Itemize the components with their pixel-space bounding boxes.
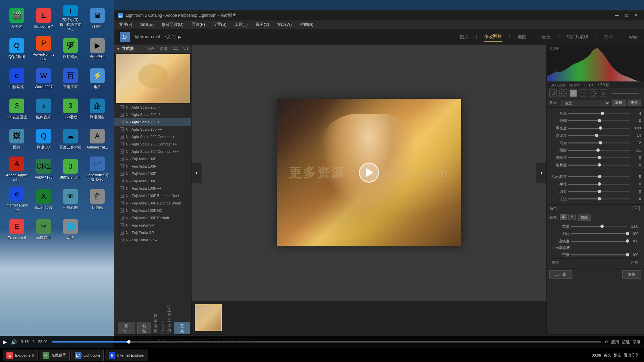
grain-tab-a[interactable]: A [560, 214, 567, 220]
taskbar-item-exposure[interactable]: E Exposure 6 [3, 350, 38, 361]
slider-thumb[interactable] [599, 141, 602, 144]
tc-icon-5[interactable]: ◯ [590, 89, 597, 97]
navigator-panel-header[interactable]: 导航器 适合 填满 1:1 3:1 [114, 45, 191, 53]
minimize-button[interactable]: — [613, 12, 622, 19]
slider-track-色温[interactable] [568, 113, 630, 114]
close-button[interactable]: ✕ [632, 12, 640, 19]
desktop-icon[interactable]: 百 百度手写 [57, 64, 84, 94]
desktop-icon[interactable]: 🖼 图片 [3, 124, 30, 154]
done-button[interactable]: 完成 [174, 322, 190, 335]
preset-item[interactable]: NN - Agfa Scala 200 Contrast + [114, 133, 191, 140]
menu-item[interactable]: 视图(V) [254, 21, 270, 28]
mobile-arrow-icon[interactable]: ▶ [178, 35, 181, 40]
taskbar-item-ie[interactable]: e Internet Explorer [105, 350, 148, 361]
desktop-icon[interactable]: Q 腾讯QQ [30, 124, 57, 154]
slider-thumb[interactable] [598, 190, 601, 193]
grain-slider-track[interactable] [571, 226, 628, 227]
preset-item[interactable]: NN - Fuji Astia 100F -- [114, 170, 191, 177]
preset-item[interactable]: NN - Fuji Astia 100F Balance Cool [114, 192, 191, 199]
tray-preview[interactable]: 预选 [614, 353, 621, 358]
preset-item[interactable]: NN - Fuji Fortia SP [114, 222, 191, 229]
video-progress-bar[interactable] [52, 341, 601, 343]
desktop-icon[interactable]: CR2 AH0A4175 [30, 154, 57, 184]
tc-icon-3[interactable]: ● [570, 89, 577, 97]
grain-slider-track[interactable] [571, 233, 628, 234]
slider-thumb[interactable] [601, 112, 604, 115]
detail-slider-track[interactable] [568, 184, 630, 185]
desktop-icon[interactable]: ♪ 酷狗音乐 [30, 94, 57, 124]
filmstrip-thumb-1[interactable] [195, 304, 222, 331]
slider-track-阴影[interactable] [568, 150, 630, 151]
slider-track-高光[interactable] [568, 142, 630, 143]
desktop-icon[interactable]: e Internet Explorer [3, 184, 30, 215]
desktop-icon[interactable]: W Word 2007 [30, 64, 57, 94]
module-tab-修改照片[interactable]: 修改照片 [484, 32, 502, 42]
detail-slider-track[interactable] [568, 198, 630, 199]
taskbar-item-photo[interactable]: ✂ 光魔裁手 [39, 350, 70, 361]
desktop-icon[interactable]: 👁 千影看图 [57, 184, 84, 215]
module-tab-画册[interactable]: 画册 [541, 33, 551, 41]
menu-item[interactable]: 帮助(H) [299, 21, 315, 28]
module-tab-Web[interactable]: Web [628, 33, 639, 41]
preset-select[interactable]: 自定 ÷ [561, 100, 610, 106]
menu-item[interactable]: 文件(F) [118, 21, 133, 28]
menu-item[interactable]: 工具(T) [233, 21, 249, 28]
desktop-icon[interactable]: Lr Lightroom 5万级 64位 [84, 154, 111, 184]
desktop-icon[interactable]: A Adobe Applicati... [3, 154, 30, 184]
module-tab-图库[interactable]: 图库 [459, 33, 469, 41]
preset-item[interactable]: NN - Fuji Fortia SP - [114, 229, 191, 236]
video-ctrl-1[interactable]: ⟳ [605, 340, 608, 344]
desktop-icon[interactable]: 🎬 爱奇艺 [3, 3, 30, 34]
desktop-icon[interactable]: 🖥 计算机 [84, 3, 111, 34]
nav-zoom-3:1[interactable]: 3:1 [183, 46, 189, 51]
desktop-icon[interactable]: 驱 驱动精灵 [57, 34, 84, 64]
desktop-icon[interactable]: X Excel 2007 [30, 184, 57, 215]
preset-item[interactable]: NN - Fuji Fortia SP -- [114, 236, 191, 244]
module-tab-打印[interactable]: 打印 [603, 33, 613, 41]
video-subtitle-btn[interactable]: 字幕 [633, 339, 641, 345]
desktop-icon[interactable]: 3 360安全卫士 [3, 94, 30, 124]
tc-icon-2[interactable]: ◯ [559, 89, 567, 97]
preset-item[interactable]: NN - Agfa Scala 200 + [114, 118, 191, 126]
new-preset-button[interactable]: 新建 [612, 100, 626, 106]
slider-track-饱和度[interactable] [568, 165, 630, 166]
slider-thumb[interactable] [595, 134, 598, 137]
slider-thumb[interactable] [598, 119, 601, 122]
preset-item[interactable]: NN - Agfa Scala 200 ++ [114, 126, 191, 133]
video-play-button[interactable]: ▶ [3, 339, 7, 345]
slider-thumb[interactable] [600, 225, 604, 228]
slider-track-色调[interactable] [568, 120, 630, 121]
desktop-icon[interactable]: Q QQ炫乐团 [3, 34, 30, 64]
density-thumb[interactable] [626, 253, 629, 256]
detail-slider-track[interactable] [568, 191, 630, 192]
show-count[interactable]: 总是 ÷ [161, 321, 165, 335]
desktop-icon[interactable]: e 中国网络 [3, 64, 30, 94]
preset-item[interactable]: NN - Fuji Astia 100F Balance Warm [114, 199, 191, 207]
tone-slider[interactable] [612, 93, 639, 94]
next-photo-arrow[interactable]: › [536, 163, 546, 183]
paste-button[interactable]: 粘贴 [137, 322, 151, 335]
video-speed-btn[interactable]: 超速 [622, 339, 630, 345]
slider-track-曝光度[interactable] [568, 128, 630, 129]
copy-button[interactable]: 复制... [118, 322, 135, 335]
grain-slider-track[interactable] [571, 241, 628, 242]
desktop-icon[interactable]: ☁ 百度云客户端 [57, 124, 84, 154]
tc-icon-6[interactable]: ☼ [600, 89, 607, 97]
remove-grain-button[interactable]: 撤除 [578, 215, 591, 221]
preset-item[interactable]: NN - Fuji Astia 100F Portrait [114, 214, 191, 222]
tc-icon-4[interactable]: ▭ [580, 89, 587, 97]
slider-thumb[interactable] [598, 175, 601, 178]
preset-item[interactable]: NN - Agfa Scala 200 Contrast ++ [114, 140, 191, 148]
taskbar-item-lr[interactable]: Lr Lightroom [71, 350, 104, 361]
prev-photo-button[interactable]: 上一张 [549, 270, 572, 279]
desktop-icon[interactable]: E Exposure 6 [3, 215, 30, 245]
grain-expand[interactable]: ═ [633, 206, 640, 211]
density-slider-track[interactable] [571, 254, 628, 255]
slider-thumb[interactable] [598, 156, 601, 159]
preset-item[interactable]: NN - Fuji Astia 100F HC [114, 207, 191, 214]
desktop-icon[interactable]: 企 腾讯朋友 [84, 94, 111, 124]
menu-item[interactable]: 设置(S) [212, 21, 228, 28]
desktop-icon[interactable]: ✂ 光魔裁手 [30, 215, 57, 245]
nav-zoom-适合[interactable]: 适合 [147, 46, 155, 51]
menu-item[interactable]: 照片(P) [190, 21, 206, 28]
